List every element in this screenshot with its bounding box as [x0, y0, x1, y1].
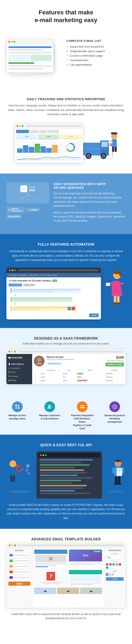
smtp-right: EASY INTEGRATION WITH SMTPOR 3RD SERVICE… [54, 182, 126, 226]
saas-profile-info: Marcos Kruzan marcos.kruszan@example.com… [47, 356, 104, 366]
smtp-desc2: Built-in support for sending email from … [54, 211, 126, 223]
template-card-2: SALE Kreative [69, 550, 102, 568]
align-right-btn[interactable]: ≡ [112, 573, 114, 576]
automation-header [6, 268, 101, 273]
template-card-1: 🖼️ [34, 550, 68, 568]
col-created: Created [105, 368, 124, 372]
svg-rect-20 [115, 140, 117, 145]
svg-rect-21 [112, 146, 114, 152]
svg-rect-71 [118, 470, 121, 470]
api-person-right [106, 455, 126, 495]
feature-payment: Payment integrationwith Braintree, Strip… [71, 401, 94, 430]
status-badge: Active [77, 372, 84, 375]
tracking-title: DAILY TRACKING AND STATISTICS REPORTING [6, 97, 126, 101]
svg-rect-55 [14, 468, 16, 474]
api-inner [6, 451, 126, 498]
nav-billing[interactable]: 💳 Billing [8, 378, 30, 382]
payment-label: Payment integrationwith Braintree, Strip… [71, 414, 94, 430]
table-row: 2 user2 Pro Trial 02/01/24 [34, 375, 124, 379]
nav-subscriptions[interactable]: 📋 Subscriptions [8, 362, 30, 366]
user-email: marcos.kruszan@example.com [47, 358, 104, 360]
svg-point-52 [9, 460, 16, 467]
email-list-section: COMPLETE E-MAIL LIST Import lists from E… [0, 35, 132, 91]
table-row: 3 user3 Basic Suspended 03/01/24 [34, 379, 124, 382]
apply-btn[interactable]: Apply [106, 577, 124, 581]
svg-rect-73 [118, 471, 121, 472]
service-plans-icon [12, 401, 23, 412]
email-list-section-tag: COMPLETE E-MAIL LIST [66, 39, 126, 42]
nav-customers[interactable]: 👥 Customers [8, 366, 30, 370]
col-username: Username [40, 368, 62, 372]
subscriptions-table: # Username Plan Status Created 1 user1 B… [34, 368, 124, 382]
svg-rect-22 [115, 146, 117, 152]
user-price: $100 [106, 356, 124, 360]
amazon-provider: ☁️ amazonwebservices [6, 207, 24, 213]
quota-icon [109, 401, 120, 412]
mailgun-provider: 🔫 mailgun [26, 208, 40, 212]
saas-main-content: Marcos Kruzan marcos.kruszan@example.com… [32, 354, 126, 384]
automation-window: Campaigns Subscribers Automations Forms … [6, 268, 101, 320]
svg-point-58 [26, 464, 30, 468]
quota-label: Advanced quota &throttling management [103, 414, 127, 424]
svg-rect-25 [111, 132, 117, 134]
user-days: 555 Days remaining [106, 360, 124, 362]
svg-point-12 [103, 155, 104, 156]
svg-point-59 [25, 469, 28, 472]
saas-profile-card: Marcos Kruzan marcos.kruszan@example.com… [34, 356, 124, 366]
svg-line-28 [28, 194, 36, 200]
tracking-desc: Improve your campaign results. Always fi… [6, 104, 126, 117]
saas-desc: Acelle Mail enables you to manage and se… [6, 342, 126, 345]
nav-settings[interactable]: ⚙️ Settings [8, 374, 30, 378]
saas-section: DESIGNED AS A SAAS FRAMEWORK Acelle Mail… [0, 328, 132, 397]
saas-nav: ✉️ Acelle Mail 📋 Subscriptions 👥 Custome… [6, 354, 32, 384]
api-section: QUICK & EASY REST FUL API [0, 434, 132, 529]
align-left-btn[interactable]: ≡ [106, 573, 108, 576]
table-row: 1 user1 Basic Active 01/01/24 [34, 372, 124, 375]
user-name: Marcos Kruzan [47, 356, 104, 358]
api-description: Acelle provides REST ful API which is ba… [6, 503, 126, 520]
col-plan: Plan [62, 368, 76, 372]
automation-person-illustration [104, 268, 126, 312]
template-title: ADVANCED EMAIL TEMPLATE BUILDER [6, 538, 126, 541]
svg-point-50 [114, 406, 115, 407]
api-title: QUICK & EASY REST FUL API [6, 443, 126, 447]
svg-rect-40 [15, 405, 17, 406]
template-card-4 [69, 570, 102, 586]
svg-rect-68 [118, 476, 121, 483]
email-list-features: Import lists from Excel/CSV Single/doubl… [66, 45, 126, 66]
feature-item-5: List segmentation [66, 63, 126, 66]
svg-point-9 [88, 155, 89, 156]
automation-section: FULLY FEATURED AUTOMATION Automatically … [0, 234, 132, 328]
svg-rect-13 [84, 148, 107, 149]
svg-point-37 [116, 302, 121, 304]
status-badge: Suspended [77, 379, 88, 382]
email-list-content: COMPLETE E-MAIL LIST Import lists from E… [66, 39, 126, 68]
tags-badge: {tags} [8, 582, 30, 586]
svg-rect-56 [10, 476, 12, 482]
tracking-section: DAILY TRACKING AND STATISTICS REPORTING … [0, 91, 132, 174]
svg-point-31 [119, 272, 121, 276]
col-status: Status [76, 368, 105, 372]
template-card-3: T [34, 570, 68, 586]
smtp-left: ✉️ Acelle Mail ☁️ [6, 182, 49, 218]
email-list-mockup [6, 39, 62, 82]
hero-section: Features that make e-mail marketing easy [0, 0, 132, 35]
feature-item-2: Single/double opt-in support [66, 50, 126, 53]
kreative-badge: Kreative [93, 550, 101, 552]
smtp-section: ✉️ Acelle Mail ☁️ [0, 174, 132, 234]
svg-rect-35 [117, 296, 120, 303]
feature-item-1: Import lists from Excel/CSV [66, 45, 126, 48]
nav-plans[interactable]: 📦 Plans [8, 370, 30, 374]
renew-active-btn[interactable]: RENEW ACTIVE [106, 362, 124, 366]
smtp-title: EASY INTEGRATION WITH SMTPOR 3RD SERVICE… [54, 182, 126, 190]
svg-rect-54 [8, 468, 11, 474]
svg-rect-57 [13, 476, 15, 482]
svg-point-51 [8, 490, 30, 493]
feature-customers: Manage customers& subscriptions [38, 401, 61, 430]
svg-rect-41 [18, 405, 19, 406]
svg-rect-43 [18, 407, 19, 409]
align-center-btn[interactable]: ≡ [109, 573, 111, 576]
svg-rect-34 [114, 296, 116, 303]
feature-item-3: Custom confirmation page [66, 54, 126, 57]
save-automation-btn[interactable]: Save [89, 314, 99, 317]
